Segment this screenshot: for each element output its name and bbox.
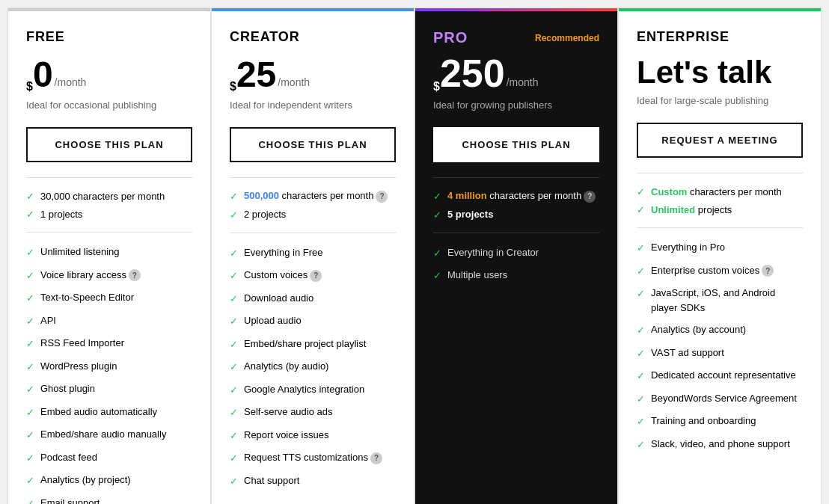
price-dollar: $: [26, 81, 33, 93]
feature-text: VAST ad support: [651, 345, 724, 360]
plan-description: Ideal for occasional publishing: [26, 99, 192, 112]
info-icon[interactable]: ?: [584, 191, 596, 203]
check-icon: ✓: [26, 473, 34, 488]
limit-item: ✓ 500,000 characters per month?: [230, 190, 396, 203]
divider: [637, 173, 803, 173]
feature-item: ✓ Enterprise custom voices?: [637, 263, 803, 279]
feature-text: Custom voices?: [244, 268, 322, 283]
limit-item: ✓ 4 million characters per month?: [433, 190, 599, 203]
feature-item: ✓ WordPress plugin: [26, 359, 192, 375]
feature-text: Analytics (by account): [651, 322, 746, 337]
check-icon: ✓: [230, 246, 238, 261]
limits-section: ✓ 500,000 characters per month? ✓ 2 proj…: [230, 190, 396, 221]
price-period: /month: [507, 76, 539, 88]
check-icon: ✓: [637, 323, 645, 338]
limit-text: Unlimited projects: [651, 204, 732, 215]
plan-card-pro: PRO Recommended $ 250 /month Ideal for g…: [414, 7, 618, 504]
feature-item: ✓ BeyondWords Service Agreement: [637, 391, 803, 407]
cta-button[interactable]: REQUEST A MEETING: [637, 123, 803, 158]
price-row: $ 0 /month: [26, 57, 192, 93]
pricing-grid: FREE $ 0 /month Ideal for occasional pub…: [7, 7, 822, 504]
info-icon[interactable]: ?: [370, 452, 382, 464]
feature-item: ✓ Everything in Free: [230, 245, 396, 261]
feature-text: API: [40, 313, 56, 328]
price-dollar: $: [433, 81, 440, 93]
cta-button[interactable]: CHOOSE THIS PLAN: [230, 127, 396, 162]
feature-text: Upload audio: [244, 313, 302, 328]
cta-button[interactable]: CHOOSE THIS PLAN: [433, 127, 599, 162]
feature-text: Embed audio automatically: [40, 405, 157, 420]
divider-2: [637, 227, 803, 228]
divider-2: [433, 233, 599, 233]
limit-text: 500,000 characters per month?: [244, 190, 388, 203]
feature-text: Dedicated account representative: [651, 368, 796, 383]
check-icon: ✓: [637, 241, 645, 256]
price-row: Let's talk: [637, 57, 803, 88]
feature-item: ✓ Unlimited listening: [26, 245, 192, 260]
feature-text: Chat support: [244, 473, 299, 488]
check-icon: ✓: [637, 204, 645, 215]
check-icon: ✓: [26, 336, 34, 351]
feature-item: ✓ API: [26, 313, 192, 329]
feature-text: RSS Feed Importer: [40, 336, 124, 351]
check-icon: ✓: [230, 314, 238, 329]
plan-card-free: FREE $ 0 /month Ideal for occasional pub…: [7, 7, 211, 504]
info-icon[interactable]: ?: [129, 269, 141, 281]
limit-text: 4 million characters per month?: [447, 190, 596, 203]
plan-card-creator: CREATOR $ 25 /month Ideal for independen…: [211, 7, 414, 504]
check-icon: ✓: [26, 268, 34, 283]
feature-text: Report voice issues: [244, 428, 328, 443]
info-icon[interactable]: ?: [376, 191, 388, 203]
check-icon: ✓: [26, 451, 34, 466]
feature-text: Everything in Creator: [447, 245, 539, 260]
check-icon: ✓: [230, 360, 238, 375]
check-icon: ✓: [637, 264, 645, 279]
feature-item: ✓ Upload audio: [230, 313, 396, 329]
feature-text: Self-serve audio ads: [244, 405, 333, 420]
feature-item: ✓ Analytics (by project): [26, 473, 192, 488]
check-icon: ✓: [637, 414, 645, 429]
limit-item: ✓ 2 projects: [230, 209, 396, 221]
check-icon: ✓: [230, 451, 238, 466]
check-icon: ✓: [637, 392, 645, 407]
check-icon: ✓: [433, 209, 441, 221]
price-amount: 0: [33, 57, 53, 93]
feature-text: Download audio: [244, 291, 313, 306]
feature-item: ✓ Embed/share audio manually: [26, 427, 192, 443]
price-period: /month: [278, 76, 310, 88]
feature-item: ✓ Analytics (by audio): [230, 359, 396, 375]
feature-item: ✓ Dedicated account representative: [637, 368, 803, 384]
cta-button[interactable]: CHOOSE THIS PLAN: [26, 127, 192, 162]
check-icon: ✓: [26, 245, 34, 260]
feature-item: ✓ Everything in Pro: [637, 240, 803, 256]
plan-name: FREE: [26, 29, 192, 45]
feature-text: Email support: [40, 496, 100, 504]
check-icon: ✓: [637, 186, 645, 197]
check-icon: ✓: [230, 383, 238, 398]
limits-section: ✓ 4 million characters per month? ✓ 5 pr…: [433, 190, 599, 221]
limit-text: 30,000 characters per month: [40, 191, 165, 202]
feature-item: ✓ Multiple users: [433, 268, 599, 283]
feature-item: ✓ Text-to-Speech Editor: [26, 290, 192, 306]
feature-item: ✓ Voice library access?: [26, 268, 192, 283]
feature-item: ✓ Embed audio automatically: [26, 405, 192, 420]
highlight-text: Custom: [651, 186, 687, 197]
highlight-text: 500,000: [244, 190, 279, 201]
bold-text: 5 projects: [447, 209, 493, 220]
feature-text: Text-to-Speech Editor: [40, 290, 134, 305]
feature-item: ✓ Request TTS customizations?: [230, 450, 396, 466]
info-icon[interactable]: ?: [310, 270, 322, 282]
feature-text: JavaScript, iOS, and Android player SDKs: [651, 286, 803, 315]
feature-item: ✓ JavaScript, iOS, and Android player SD…: [637, 286, 803, 315]
feature-item: ✓ Self-serve audio ads: [230, 405, 396, 420]
limit-text: 2 projects: [244, 209, 286, 220]
feature-text: Multiple users: [447, 268, 507, 283]
feature-text: Ghost plugin: [40, 381, 95, 396]
check-icon: ✓: [637, 369, 645, 384]
check-icon: ✓: [230, 428, 238, 443]
plan-card-enterprise: ENTERPRISE Let's talk Ideal for large-sc…: [618, 7, 822, 504]
check-icon: ✓: [26, 497, 34, 504]
feature-text: Enterprise custom voices?: [651, 263, 774, 278]
check-icon: ✓: [26, 360, 34, 375]
info-icon[interactable]: ?: [762, 265, 774, 277]
